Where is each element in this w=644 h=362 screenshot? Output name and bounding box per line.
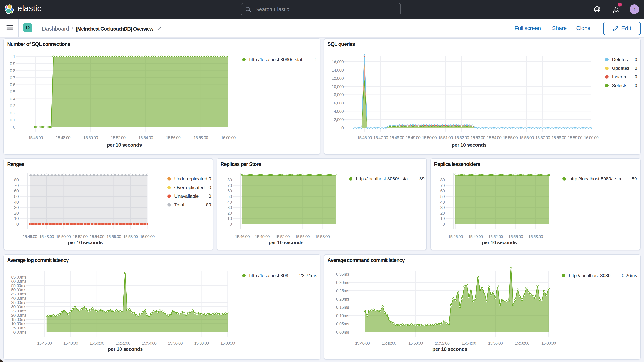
svg-text:0: 0 — [16, 222, 19, 226]
svg-text:15:46:00: 15:46:00 — [28, 135, 43, 140]
svg-text:0.00ms: 0.00ms — [336, 330, 349, 335]
svg-text:12,000: 12,000 — [332, 76, 344, 81]
svg-text:15:49:00: 15:49:00 — [468, 234, 483, 239]
svg-text:20: 20 — [14, 211, 18, 216]
svg-text:4,000: 4,000 — [334, 109, 344, 114]
svg-text:5.00ms: 5.00ms — [13, 326, 26, 330]
svg-text:0.00ms: 0.00ms — [13, 330, 26, 335]
svg-text:15:54:00: 15:54:00 — [487, 135, 501, 140]
svg-text:45.00ms: 45.00ms — [11, 292, 26, 296]
svg-text:80: 80 — [440, 178, 445, 182]
svg-text:0.20ms: 0.20ms — [336, 297, 349, 302]
svg-text:14,000: 14,000 — [332, 68, 344, 72]
svg-text:15:48:00: 15:48:00 — [63, 341, 78, 346]
svg-text:15:52:00: 15:52:00 — [116, 341, 130, 346]
svg-text:15:58:00: 15:58:00 — [123, 234, 138, 239]
svg-text:16:00:00: 16:00:00 — [220, 341, 235, 346]
svg-text:per 10 seconds: per 10 seconds — [108, 346, 143, 352]
svg-text:15:52:00: 15:52:00 — [435, 341, 450, 346]
svg-text:15:50:00: 15:50:00 — [408, 341, 423, 346]
svg-text:0.8: 0.8 — [10, 68, 16, 73]
svg-text:0.5: 0.5 — [10, 90, 16, 94]
svg-text:per 10 seconds: per 10 seconds — [107, 142, 142, 148]
svg-text:15:46:00: 15:46:00 — [448, 234, 463, 239]
svg-text:0.3: 0.3 — [10, 104, 16, 108]
svg-text:30.00ms: 30.00ms — [11, 304, 26, 309]
svg-text:15:49:00: 15:49:00 — [255, 234, 270, 239]
svg-text:60: 60 — [14, 188, 18, 193]
svg-text:16:00:00: 16:00:00 — [584, 135, 598, 140]
svg-text:15:46:00: 15:46:00 — [37, 341, 52, 346]
svg-text:70: 70 — [440, 183, 445, 188]
svg-text:15:58:00: 15:58:00 — [552, 135, 566, 140]
svg-text:15:46:00: 15:46:00 — [355, 341, 370, 346]
svg-text:50: 50 — [227, 194, 232, 199]
svg-text:30: 30 — [227, 205, 232, 210]
svg-text:15:51:00: 15:51:00 — [438, 135, 453, 140]
svg-text:15:48:00: 15:48:00 — [390, 135, 404, 140]
svg-text:15:58:00: 15:58:00 — [194, 341, 209, 346]
svg-text:25.00ms: 25.00ms — [11, 308, 26, 314]
svg-text:15:54:00: 15:54:00 — [90, 234, 104, 239]
svg-text:20: 20 — [227, 211, 232, 216]
svg-text:0: 0 — [13, 125, 16, 130]
svg-text:15:58:00: 15:58:00 — [514, 341, 529, 346]
svg-text:20: 20 — [440, 211, 445, 216]
svg-text:60: 60 — [440, 188, 445, 193]
svg-text:0.05ms: 0.05ms — [336, 322, 349, 326]
svg-text:15:50:00: 15:50:00 — [422, 135, 436, 140]
svg-text:15:56:00: 15:56:00 — [519, 135, 534, 140]
svg-text:10,000: 10,000 — [332, 84, 344, 89]
svg-text:0.35ms: 0.35ms — [336, 272, 349, 276]
svg-text:15:48:00: 15:48:00 — [56, 135, 70, 140]
svg-text:16,000: 16,000 — [332, 59, 344, 64]
svg-text:1: 1 — [13, 54, 16, 59]
svg-text:15:55:00: 15:55:00 — [295, 234, 310, 239]
svg-text:0: 0 — [442, 222, 445, 226]
svg-text:15.00ms: 15.00ms — [11, 317, 26, 322]
svg-text:per 10 seconds: per 10 seconds — [268, 240, 304, 246]
svg-text:0.30ms: 0.30ms — [336, 280, 349, 285]
svg-text:15:52:00: 15:52:00 — [111, 135, 126, 140]
svg-text:35.00ms: 35.00ms — [11, 300, 26, 305]
svg-text:30: 30 — [14, 205, 18, 210]
svg-text:8,000: 8,000 — [334, 92, 344, 97]
svg-text:70: 70 — [227, 183, 232, 188]
svg-text:0.4: 0.4 — [10, 96, 16, 102]
svg-text:80: 80 — [14, 178, 18, 182]
svg-text:15:54:00: 15:54:00 — [142, 341, 156, 346]
svg-text:0: 0 — [230, 222, 232, 226]
svg-text:per 10 seconds: per 10 seconds — [452, 142, 487, 148]
svg-text:15:50:00: 15:50:00 — [56, 234, 71, 239]
svg-text:15:46:00: 15:46:00 — [357, 135, 372, 140]
svg-text:60: 60 — [227, 188, 232, 193]
svg-text:0.1: 0.1 — [10, 118, 16, 122]
svg-text:0: 0 — [342, 126, 344, 130]
svg-text:15:56:00: 15:56:00 — [488, 341, 503, 346]
svg-text:16:00:00: 16:00:00 — [140, 234, 155, 239]
svg-text:0.6: 0.6 — [10, 82, 16, 87]
svg-text:10: 10 — [14, 216, 18, 221]
svg-text:50: 50 — [14, 194, 18, 199]
svg-text:20.00ms: 20.00ms — [11, 313, 26, 318]
svg-text:15:56:00: 15:56:00 — [166, 135, 180, 140]
svg-text:per 10 seconds: per 10 seconds — [68, 240, 103, 246]
svg-text:65.00ms: 65.00ms — [11, 275, 26, 280]
svg-text:15:58:00: 15:58:00 — [315, 234, 330, 239]
svg-text:10.00ms: 10.00ms — [11, 321, 26, 326]
svg-text:0.10ms: 0.10ms — [336, 313, 349, 318]
svg-text:16:00:00: 16:00:00 — [221, 135, 236, 140]
svg-text:40.00ms: 40.00ms — [11, 296, 26, 301]
svg-text:15:58:00: 15:58:00 — [528, 234, 543, 239]
svg-text:15:52:00: 15:52:00 — [73, 234, 88, 239]
svg-text:15:55:00: 15:55:00 — [503, 135, 518, 140]
svg-text:10: 10 — [227, 216, 232, 221]
svg-text:6,000: 6,000 — [334, 100, 344, 106]
svg-text:15:48:00: 15:48:00 — [382, 341, 396, 346]
svg-text:0.7: 0.7 — [10, 75, 16, 80]
svg-text:0.2: 0.2 — [10, 111, 16, 116]
svg-text:50.00ms: 50.00ms — [11, 288, 26, 292]
svg-text:15:50:00: 15:50:00 — [90, 341, 104, 346]
svg-text:per 10 seconds: per 10 seconds — [432, 346, 468, 352]
svg-text:15:48:00: 15:48:00 — [39, 234, 54, 239]
